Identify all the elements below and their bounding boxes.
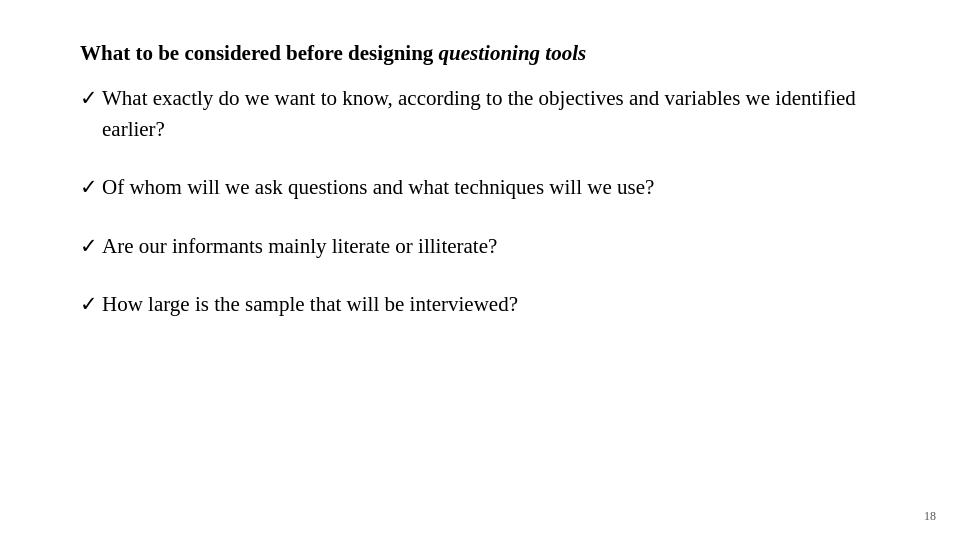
checkmark-1: ✓ — [80, 83, 98, 113]
bullet-item-2: ✓ Of whom will we ask questions and what… — [80, 172, 880, 202]
bullet-text-2: Of whom will we ask questions and what t… — [102, 172, 880, 202]
slide-container: What to be considered before designing q… — [0, 0, 960, 540]
checkmark-2: ✓ — [80, 172, 98, 202]
page-number: 18 — [924, 509, 936, 524]
slide-title: What to be considered before designing q… — [80, 40, 880, 67]
title-italic: questioning tools — [439, 41, 587, 65]
bullet-item-4: ✓ How large is the sample that will be i… — [80, 289, 880, 319]
bullet-text-1: What exactly do we want to know, accordi… — [102, 83, 880, 144]
checkmark-3: ✓ — [80, 231, 98, 261]
bullet-text-4: How large is the sample that will be int… — [102, 289, 880, 319]
bullet-item-3: ✓ Are our informants mainly literate or … — [80, 231, 880, 261]
bullet-item-1: ✓ What exactly do we want to know, accor… — [80, 83, 880, 144]
bullet-text-3: Are our informants mainly literate or il… — [102, 231, 880, 261]
checkmark-4: ✓ — [80, 289, 98, 319]
title-prefix: What to be considered before designing — [80, 41, 439, 65]
